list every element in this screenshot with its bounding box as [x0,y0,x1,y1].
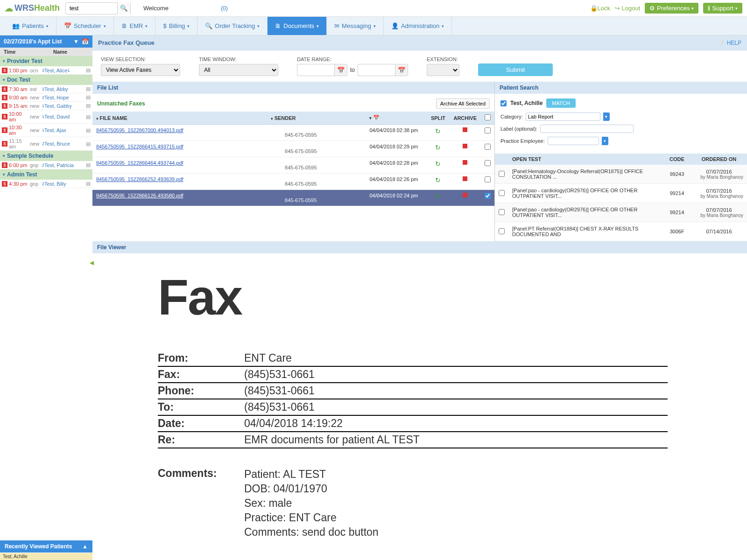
file-row[interactable]: 8456750595_1522866464.493744.pdf845-675-… [92,157,494,174]
filter-icon[interactable]: ▼ [73,38,79,45]
row-checkbox[interactable] [485,144,491,150]
note-icon[interactable]: ▤ [86,94,91,100]
patient-link[interactable]: Test, Hope [44,95,69,100]
note-icon[interactable]: ▤ [86,181,91,187]
nav-billing[interactable]: $Billing▾ [155,17,197,35]
lock-link[interactable]: 🔒Lock [590,5,610,12]
employee-select[interactable] [548,137,599,145]
file-row[interactable]: 8456750595_1522867000.494013.pdf845-675-… [92,125,494,141]
sidebar-toggle-icon[interactable]: ◀ [90,259,94,266]
split-icon[interactable]: ↻ [435,176,441,184]
date-to-cal-button[interactable]: 📅 [395,64,408,76]
file-row[interactable]: 8456750595_1522866252.493639.pdf845-675-… [92,174,494,190]
nav-patients[interactable]: 👥Patients▾ [5,17,56,35]
submit-button[interactable]: Submit [478,63,553,76]
order-row[interactable]: [Panel:pao - cardiology(OR2976)] OFFICE … [495,203,747,222]
file-row[interactable]: 8456750595_1522866415.493715.pdf845-675-… [92,141,494,157]
order-checkbox[interactable] [499,228,505,234]
notification-count[interactable]: (0) [221,5,228,12]
patient-link[interactable]: Test, Billy [44,181,66,187]
archive-icon[interactable] [463,144,467,148]
nav-scheduler[interactable]: 📅Scheduler▾ [56,17,114,35]
appt-row[interactable]: $11:15 amnew2 Test, Bruce▤ [0,137,92,151]
search-button[interactable]: 🔍 [117,2,130,14]
preferences-button[interactable]: ⚙ Preferences▾ [645,3,698,14]
patient-link[interactable]: Test, Ajax [44,127,66,133]
file-row[interactable]: 8456750595_1522866126.493580.pdf845-675-… [92,190,494,206]
label-input[interactable] [540,125,634,133]
row-checkbox[interactable] [485,127,491,133]
col-sender[interactable]: ♦SENDER [267,112,366,125]
time-select[interactable]: All [199,64,278,76]
nav-messaging[interactable]: ✉Messaging▾ [327,17,384,35]
split-icon[interactable]: ↻ [435,193,441,200]
col-file-name[interactable]: ♦FILE NAME [92,112,267,125]
order-row[interactable]: [Panel:PT Referral(OR1884)] CHEST X-RAY … [495,222,747,241]
appt-row[interactable]: $7:30 amest2 Test, Abby▤ [0,85,92,93]
appt-row[interactable]: $10:30 amnew1 Test, Ajax▤ [0,124,92,137]
note-icon[interactable]: ▤ [86,127,91,133]
nav-documents[interactable]: 🗎Documents▾ [268,17,327,35]
archive-icon[interactable] [463,176,467,181]
extension-select[interactable] [427,64,459,76]
order-row[interactable]: [Panel:Hematology-Oncology Referral(OR18… [495,165,747,184]
archive-all-button[interactable]: Archive All Selected [436,98,490,109]
split-icon[interactable]: ↻ [435,144,441,151]
nav-administration[interactable]: 👤Administration▾ [384,17,452,35]
provider-section-header[interactable]: ▾ Admin Test [0,169,92,180]
appt-row[interactable]: $10:00 amnew1 Test, David▤ [0,110,92,124]
patient-link[interactable]: Test, Alice [44,68,68,73]
order-checkbox[interactable] [499,209,505,215]
global-search[interactable]: 🔍 [65,2,131,14]
note-icon[interactable]: ▤ [86,103,91,109]
provider-section-header[interactable]: ▾ Provider Test [0,56,92,66]
file-link[interactable]: 8456750595_1522866464.493744.pdf [96,160,183,166]
col-date[interactable]: ▾📅 [366,112,426,125]
provider-section-header[interactable]: ▾ Doc Test [0,75,92,85]
note-icon[interactable]: ▤ [86,162,91,168]
file-link[interactable]: 8456750595_1522866415.493715.pdf [96,144,183,149]
patient-link[interactable]: Test, Bruce [44,141,70,147]
patient-link[interactable]: Test, Abby [44,86,68,92]
patient-checkbox[interactable] [500,100,507,106]
appt-row[interactable]: $9:15 amnew1 Test, Gabby▤ [0,102,92,110]
archive-icon[interactable] [463,160,467,165]
row-checkbox[interactable] [485,160,491,166]
row-checkbox[interactable] [485,193,491,199]
note-icon[interactable]: ▤ [86,114,91,120]
appt-row[interactable]: $1:00 pmocn3 Test, Alice1▤ [0,66,92,75]
order-row[interactable]: [Panel:pao - cardiology(OR2976)] OFFICE … [495,184,747,203]
date-to-input[interactable] [358,64,395,76]
nav-emr[interactable]: 🗎EMR▾ [114,17,156,35]
note-icon[interactable]: ▤ [86,141,91,147]
recently-viewed-item[interactable]: Test, Achille [0,553,92,558]
file-link[interactable]: 8456750595_1522866252.493639.pdf [96,176,183,182]
appt-row[interactable]: $9:00 amnew2 Test, Hope▤ [0,93,92,102]
date-from-input[interactable] [297,64,334,76]
date-from-cal-button[interactable]: 📅 [334,64,347,76]
category-select[interactable] [526,112,600,121]
order-checkbox[interactable] [499,190,505,196]
match-button[interactable]: MATCH [546,98,575,108]
note-icon[interactable]: ▤ [86,67,91,73]
row-checkbox[interactable] [485,176,491,182]
appt-row[interactable]: $4:30 pmgnp2 Test, Billy▤ [0,180,92,188]
chevron-down-icon[interactable]: ▾ [603,112,610,121]
split-icon[interactable]: ↻ [435,127,441,135]
recently-viewed-header[interactable]: Recently Viewed Patients▲ [0,540,92,553]
nav-order-tracking[interactable]: 🔍Order Tracking▾ [197,17,268,35]
search-input[interactable] [66,5,117,12]
archive-icon[interactable] [463,127,467,132]
calendar-icon[interactable]: 📅 [82,38,89,45]
logout-link[interactable]: ↪ Logout [615,5,640,12]
patient-link[interactable]: Test, David [44,114,70,119]
patient-link[interactable]: Test, Patricia [44,162,74,168]
archive-icon[interactable] [463,193,467,197]
appt-row[interactable]: $6:00 pmgnp2 Test, Patricia▤ [0,161,92,169]
patient-link[interactable]: Test, Gabby [44,103,72,109]
split-icon[interactable]: ↻ [435,160,441,168]
view-select[interactable]: View Active Faxes [101,64,180,76]
note-icon[interactable]: ▤ [86,86,91,92]
chevron-down-icon[interactable]: ▾ [602,137,608,145]
file-link[interactable]: 8456750595_1522866126.493580.pdf [96,193,183,198]
